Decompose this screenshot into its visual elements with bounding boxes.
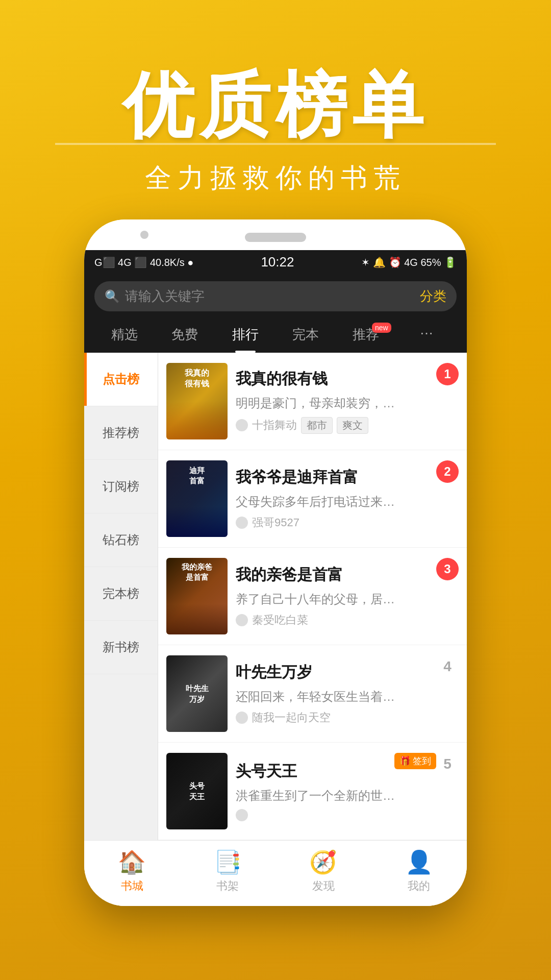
bottom-nav-label-wode: 我的: [408, 878, 430, 894]
book-title-1: 我真的很有钱: [236, 369, 459, 389]
sidebar-item-click-rank[interactable]: 点击榜: [84, 353, 158, 406]
tab-other[interactable]: ⋯: [396, 318, 457, 353]
author-name-4: 随我一起向天空: [252, 710, 331, 725]
profile-icon: 👤: [405, 849, 433, 875]
nav-tabs: 精选 免费 排行 完本 推荐 new ⋯: [94, 318, 457, 353]
bottom-nav-label-shucheng: 书城: [121, 878, 143, 894]
book-meta-2: 强哥9527: [236, 515, 459, 530]
sidebar-item-complete-rank[interactable]: 完本榜: [84, 567, 158, 621]
hero-subtitle: 全力拯救你的书荒: [0, 160, 551, 196]
book-info-1: 我真的很有钱 明明是豪门，母亲却装穷，… 十指舞动 都市 爽文: [236, 369, 459, 434]
book-item-4[interactable]: 叶先生万岁 叶先生万岁 还阳回来，年轻女医生当着… 随我一起向天空 4: [158, 645, 467, 743]
book-title-3: 我的亲爸是首富: [236, 565, 459, 585]
book-cover-5: 头号天王: [166, 753, 228, 829]
author-name-2: 强哥9527: [252, 515, 299, 530]
status-right: ✶ 🔔 ⏰ 4G 65% 🔋: [361, 256, 457, 268]
hero-section: 优质榜单 全力拯救你的书荒: [0, 0, 551, 216]
checkin-badge[interactable]: 🎁 签到: [394, 753, 436, 769]
classify-button[interactable]: 分类: [420, 287, 446, 305]
author-icon-5: [236, 809, 248, 821]
home-icon: 🏠: [118, 849, 146, 875]
book-title-4: 叶先生万岁: [236, 662, 459, 683]
phone-top: [84, 219, 467, 250]
book-desc-2: 父母失踪多年后打电话过来…: [236, 493, 459, 510]
sidebar-item-recommend-rank[interactable]: 推荐榜: [84, 406, 158, 460]
search-bar[interactable]: 🔍 请输入关键字 分类: [94, 281, 457, 311]
book-info-3: 我的亲爸是首富 养了自己十八年的父母，居… 秦受吃白菜: [236, 565, 459, 628]
hero-title: 优质榜单: [0, 66, 551, 145]
search-input[interactable]: 请输入关键字: [125, 287, 446, 305]
sidebar-item-diamond-rank[interactable]: 钻石榜: [84, 513, 158, 567]
book-desc-3: 养了自己十八年的父母，居…: [236, 591, 459, 608]
tag-dushi: 都市: [301, 417, 333, 434]
tab-tuijian[interactable]: 推荐 new: [336, 318, 396, 353]
book-meta-3: 秦受吃白菜: [236, 612, 459, 628]
book-title-2: 我爷爷是迪拜首富: [236, 467, 459, 488]
book-meta-1: 十指舞动 都市 爽文: [236, 417, 459, 434]
book-meta-5: [236, 809, 459, 821]
author-icon-4: [236, 712, 248, 724]
app-header: 🔍 请输入关键字 分类 精选 免费 排行 完本 推荐 new ⋯: [84, 274, 467, 353]
book-info-4: 叶先生万岁 还阳回来，年轻女医生当着… 随我一起向天空: [236, 662, 459, 726]
author-icon-1: [236, 419, 248, 431]
author-icon-3: [236, 614, 248, 626]
tab-jingxuan[interactable]: 精选: [94, 318, 155, 353]
discover-dot: [329, 851, 335, 857]
gift-icon: 🎁: [399, 755, 411, 767]
rank-badge-5: 5: [436, 753, 459, 775]
bottom-nav-label-shujia: 书架: [216, 878, 239, 894]
phone-camera: [140, 231, 148, 239]
book-cover-2: 迪拜首富: [166, 460, 228, 537]
bottom-nav: 🏠 书城 📑 书架 🧭 发现 👤 我的: [84, 840, 467, 906]
book-info-2: 我爷爷是迪拜首富 父母失踪多年后打电话过来… 强哥9527: [236, 467, 459, 531]
tab-wanben[interactable]: 完本: [276, 318, 336, 353]
rank-badge-2: 2: [436, 460, 459, 483]
rank-badge-3: 3: [436, 558, 459, 580]
book-desc-4: 还阳回来，年轻女医生当着…: [236, 688, 459, 705]
book-desc-5: 洪雀重生到了一个全新的世…: [236, 787, 459, 804]
new-badge: new: [372, 323, 391, 333]
bottom-nav-shucheng[interactable]: 🏠 书城: [84, 849, 180, 894]
sidebar-item-new-rank[interactable]: 新书榜: [84, 621, 158, 674]
book-cover-1: 我真的很有钱: [166, 363, 228, 439]
book-cover-4: 叶先生万岁: [166, 655, 228, 732]
rank-badge-4: 4: [436, 655, 459, 678]
book-list: 我真的很有钱 我真的很有钱 明明是豪门，母亲却装穷，… 十指舞动 都市 爽文 1: [158, 353, 467, 840]
checkin-label: 签到: [413, 755, 431, 767]
author-name-3: 秦受吃白菜: [252, 612, 308, 628]
status-time: 10:22: [261, 254, 294, 270]
book-desc-1: 明明是豪门，母亲却装穷，…: [236, 395, 459, 412]
bookshelf-icon: 📑: [214, 849, 242, 875]
search-icon: 🔍: [105, 289, 120, 304]
status-left: G⬛ 4G ⬛ 40.8K/s ●: [94, 256, 193, 268]
bottom-nav-shujia[interactable]: 📑 书架: [180, 849, 276, 894]
book-cover-3: 我的亲爸是首富: [166, 558, 228, 634]
tag-shuangwen: 爽文: [337, 417, 368, 434]
phone-mockup: G⬛ 4G ⬛ 40.8K/s ● 10:22 ✶ 🔔 ⏰ 4G 65% 🔋 🔍…: [84, 219, 467, 906]
rank-badge-1: 1: [436, 363, 459, 385]
sidebar: 点击榜 推荐榜 订阅榜 钻石榜 完本榜 新书榜: [84, 353, 158, 840]
bottom-nav-faxian[interactable]: 🧭 发现: [276, 849, 371, 894]
book-item-1[interactable]: 我真的很有钱 我真的很有钱 明明是豪门，母亲却装穷，… 十指舞动 都市 爽文 1: [158, 353, 467, 450]
book-item-3[interactable]: 我的亲爸是首富 我的亲爸是首富 养了自己十八年的父母，居… 秦受吃白菜 3: [158, 548, 467, 645]
bottom-nav-wode[interactable]: 👤 我的: [371, 849, 467, 894]
author-name-1: 十指舞动: [252, 418, 297, 433]
phone-speaker: [245, 233, 306, 242]
book-item-2[interactable]: 迪拜首富 我爷爷是迪拜首富 父母失踪多年后打电话过来… 强哥9527 2: [158, 450, 467, 548]
book-meta-4: 随我一起向天空: [236, 710, 459, 725]
sidebar-item-subscribe-rank[interactable]: 订阅榜: [84, 460, 158, 513]
status-bar: G⬛ 4G ⬛ 40.8K/s ● 10:22 ✶ 🔔 ⏰ 4G 65% 🔋: [84, 250, 467, 274]
main-content: 点击榜 推荐榜 订阅榜 钻石榜 完本榜 新书榜 我真的很有钱 我真的很有钱 明明…: [84, 353, 467, 840]
author-icon-2: [236, 517, 248, 529]
tab-mianfei[interactable]: 免费: [155, 318, 215, 353]
tab-paihang[interactable]: 排行: [215, 318, 276, 353]
book-info-5: 头号天王 洪雀重生到了一个全新的世…: [236, 761, 459, 822]
bottom-nav-label-faxian: 发现: [312, 878, 335, 894]
book-item-5[interactable]: 头号天王 头号天王 洪雀重生到了一个全新的世… 🎁 签到 5: [158, 743, 467, 840]
